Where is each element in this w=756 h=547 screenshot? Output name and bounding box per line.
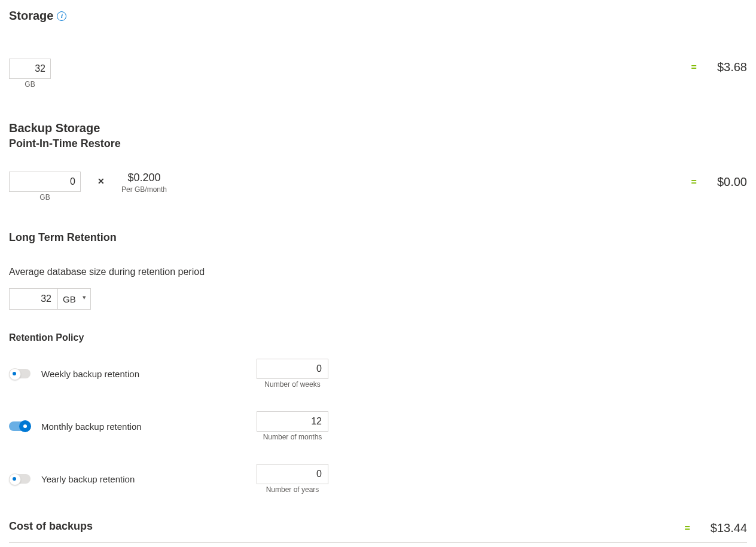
storage-heading: Storage: [9, 9, 53, 23]
monthly-retention-sublabel: Number of months: [257, 433, 328, 441]
cost-backups-value: $13.44: [711, 521, 747, 535]
retention-policy-heading: Retention Policy: [9, 332, 747, 343]
backup-unit-label: GB: [9, 193, 81, 201]
weekly-retention-toggle[interactable]: [9, 369, 31, 378]
backup-rate: $0.200: [121, 172, 167, 184]
yearly-retention-input[interactable]: [257, 464, 328, 484]
storage-cost: $3.68: [717, 60, 747, 74]
weekly-retention-sublabel: Number of weeks: [257, 380, 328, 389]
backup-storage-heading: Backup Storage: [9, 121, 747, 135]
weekly-retention-label: Weekly backup retention: [41, 369, 257, 379]
backup-cost: $0.00: [717, 175, 747, 189]
ltr-heading: Long Term Retention: [9, 231, 747, 244]
info-icon[interactable]: i: [57, 11, 66, 21]
storage-unit-label: GB: [9, 80, 51, 88]
yearly-retention-toggle[interactable]: [9, 474, 31, 484]
backup-rate-label: Per GB/month: [121, 185, 167, 194]
equals-icon: =: [691, 177, 697, 188]
equals-icon: =: [691, 62, 697, 73]
avg-db-size-label: Average database size during retention p…: [9, 267, 747, 277]
multiply-icon: ✕: [97, 176, 105, 186]
pitr-heading: Point-In-Time Restore: [9, 137, 747, 150]
monthly-retention-toggle[interactable]: [9, 421, 31, 431]
storage-input[interactable]: [9, 59, 51, 79]
cost-backups-heading: Cost of backups: [9, 520, 93, 533]
avg-db-size-unit-select[interactable]: GB: [58, 288, 91, 310]
monthly-retention-input[interactable]: [257, 411, 328, 432]
equals-icon: =: [684, 523, 690, 534]
backup-storage-input[interactable]: [9, 172, 81, 192]
weekly-retention-input[interactable]: [257, 359, 328, 379]
yearly-retention-label: Yearly backup retention: [41, 474, 257, 484]
monthly-retention-label: Monthly backup retention: [41, 421, 257, 432]
avg-db-size-input[interactable]: [9, 288, 58, 310]
yearly-retention-sublabel: Number of years: [257, 485, 328, 494]
